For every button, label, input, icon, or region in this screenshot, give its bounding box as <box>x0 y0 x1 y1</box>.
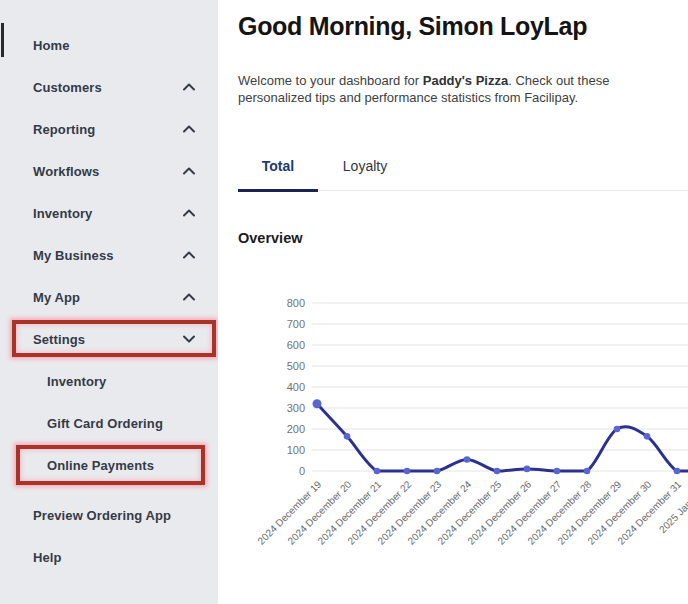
sidebar-item-label: Preview Ordering App <box>33 508 171 523</box>
sidebar-item-label: Reporting <box>33 122 95 137</box>
sidebar-item-label: Workflows <box>33 164 99 179</box>
sidebar-nav: HomeCustomersReportingWorkflowsInventory… <box>0 24 218 578</box>
chevron-up-icon <box>182 291 196 303</box>
data-point-marker <box>584 468 591 475</box>
sidebar-item-label: Settings <box>33 332 85 347</box>
chevron-up-icon <box>182 207 196 219</box>
data-point-marker <box>644 433 651 440</box>
welcome-text: Welcome to your dashboard for Paddy's Pi… <box>238 72 640 106</box>
tab-loyalty[interactable]: Loyalty <box>325 150 405 190</box>
y-axis-tick-label: 500 <box>287 360 305 372</box>
sidebar: HomeCustomersReportingWorkflowsInventory… <box>0 0 218 604</box>
sidebar-item-customers[interactable]: Customers <box>0 66 218 108</box>
welcome-text-pre: Welcome to your dashboard for <box>238 73 423 88</box>
overview-line-chart: 01002003004005006007008002024 December 1… <box>218 280 688 604</box>
sidebar-item-label: Online Payments <box>47 458 154 473</box>
y-axis-tick-label: 100 <box>287 444 305 456</box>
sidebar-item-gift-card-ordering[interactable]: Gift Card Ordering <box>0 402 218 444</box>
data-point-marker <box>554 468 561 475</box>
sidebar-item-label: My App <box>33 290 80 305</box>
data-point-marker <box>524 466 531 473</box>
main-content: Good Morning, Simon LoyLap Welcome to yo… <box>218 0 688 604</box>
sidebar-item-reporting[interactable]: Reporting <box>0 108 218 150</box>
y-axis-tick-label: 400 <box>287 381 305 393</box>
sidebar-item-label: Gift Card Ordering <box>47 416 163 431</box>
sidebar-item-home[interactable]: Home <box>0 24 218 66</box>
data-point-marker <box>404 468 411 475</box>
y-axis-tick-label: 0 <box>299 465 305 477</box>
data-line <box>317 404 688 471</box>
tab-bar: Total Loyalty <box>238 150 688 191</box>
y-axis-tick-label: 200 <box>287 423 305 435</box>
data-point-marker <box>464 456 471 463</box>
chevron-up-icon <box>182 81 196 93</box>
y-axis-tick-label: 800 <box>287 297 305 309</box>
page-title: Good Morning, Simon LoyLap <box>238 12 587 41</box>
chevron-up-icon <box>182 165 196 177</box>
sidebar-item-inventory[interactable]: Inventory <box>0 192 218 234</box>
chevron-up-icon <box>182 249 196 261</box>
sidebar-item-label: Home <box>33 38 70 53</box>
data-point-marker <box>674 468 681 475</box>
dashboard-page: HomeCustomersReportingWorkflowsInventory… <box>0 0 688 604</box>
sidebar-item-my-business[interactable]: My Business <box>0 234 218 276</box>
overview-section-title: Overview <box>238 230 303 246</box>
sidebar-item-label: Inventory <box>33 206 92 221</box>
y-axis-tick-label: 300 <box>287 402 305 414</box>
sidebar-item-settings[interactable]: Settings <box>0 318 218 360</box>
sidebar-item-label: Inventory <box>47 374 106 389</box>
data-point-marker <box>434 468 441 475</box>
y-axis-tick-label: 700 <box>287 318 305 330</box>
sidebar-item-workflows[interactable]: Workflows <box>0 150 218 192</box>
sidebar-item-preview-ordering-app[interactable]: Preview Ordering App <box>0 494 218 536</box>
y-axis-tick-label: 600 <box>287 339 305 351</box>
data-point-marker <box>494 468 501 475</box>
sidebar-item-my-app[interactable]: My App <box>0 276 218 318</box>
data-point-marker <box>374 468 381 475</box>
sidebar-item-inventory[interactable]: Inventory <box>0 360 218 402</box>
data-point-marker <box>344 433 351 440</box>
tab-total[interactable]: Total <box>238 150 318 190</box>
business-name: Paddy's Pizza <box>423 73 508 88</box>
sidebar-item-label: Help <box>33 550 62 565</box>
data-point-marker <box>313 399 322 408</box>
chevron-down-icon <box>182 333 196 345</box>
sidebar-item-help[interactable]: Help <box>0 536 218 578</box>
sidebar-item-label: My Business <box>33 248 114 263</box>
data-point-marker <box>614 426 621 433</box>
sidebar-item-online-payments[interactable]: Online Payments <box>0 444 218 486</box>
sidebar-item-label: Customers <box>33 80 102 95</box>
chevron-up-icon <box>182 123 196 135</box>
